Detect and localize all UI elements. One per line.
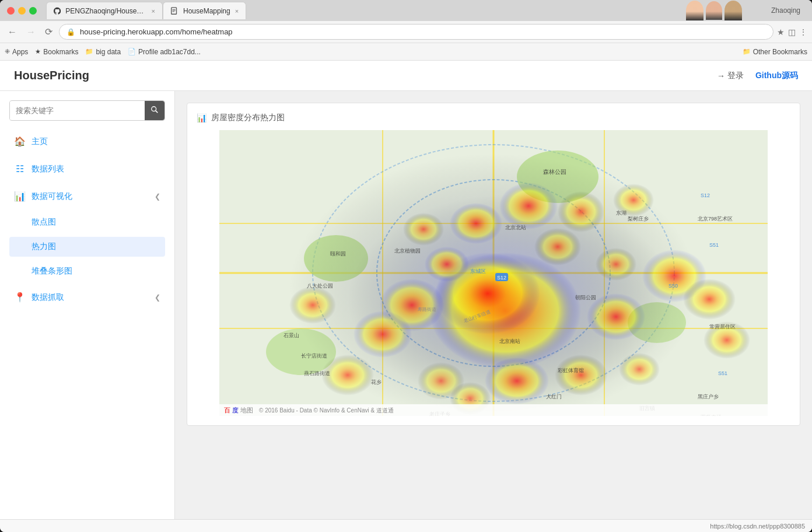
svg-text:东湖: 东湖	[616, 210, 626, 216]
svg-line-5	[156, 111, 158, 113]
search-box	[9, 100, 165, 121]
nav-stacked-bar[interactable]: 堆叠条形图	[9, 261, 165, 281]
svg-text:S12: S12	[497, 275, 506, 281]
main-layout: 🏠 主页 ☷ 数据列表 📊 数据可视化 ❮ 散点图 热力图	[0, 91, 812, 519]
svg-point-4	[152, 107, 156, 111]
svg-text:东城区: 东城区	[470, 268, 486, 274]
nav-dataviz[interactable]: 📊 数据可视化 ❮	[9, 185, 165, 208]
search-button[interactable]	[145, 101, 164, 120]
url-text: house-pricing.herokuapp.com/home/heatmap	[80, 27, 766, 36]
bookmarks-profile[interactable]: 📄 Profile adb1ac7dd...	[128, 48, 201, 56]
address-bar: ← → ⟳ 🔒 house-pricing.herokuapp.com/home…	[0, 21, 812, 43]
bookmarks-apps[interactable]: ⁜ Apps	[5, 48, 28, 56]
chart-title-text: 房屋密度分布热力图	[211, 113, 285, 123]
svg-text:燕石路街道: 燕石路街道	[304, 370, 330, 376]
svg-point-36	[555, 355, 607, 396]
tab-housemapping[interactable]: HouseMapping ×	[163, 2, 246, 19]
github-source-button[interactable]: Github源码	[755, 71, 798, 81]
svg-text:S50: S50	[668, 283, 678, 289]
heatmap-svg: 森林公园 北京植物园 颐和园 八大处公园 东湖 北京798艺术区 常营居住区 石…	[197, 130, 790, 416]
nav-heatmap-label: 热力图	[32, 242, 56, 251]
profile-icon: 📄	[128, 48, 136, 55]
nav-home-label: 主页	[32, 136, 160, 147]
minimize-button[interactable]	[18, 7, 26, 15]
login-button[interactable]: → 登录	[717, 71, 744, 81]
bookmarks-bigdata[interactable]: 📁 big data	[85, 48, 121, 56]
header-actions: → 登录 Github源码	[717, 71, 798, 81]
search-input[interactable]	[10, 102, 145, 120]
apps-grid-icon: ⁜	[5, 48, 10, 55]
svg-text:北京798艺术区: 北京798艺术区	[698, 216, 733, 222]
bookmarks-bar: ⁜ Apps ★ Bookmarks 📁 big data 📄 Profile …	[0, 43, 812, 61]
nav-home[interactable]: 🏠 主页	[9, 130, 165, 153]
menu-button[interactable]: ⋮	[799, 27, 807, 37]
big-data-label: big data	[96, 48, 121, 56]
svg-text:北京植物园: 北京植物园	[394, 248, 421, 254]
chart-card: 📊 房屋密度分布热力图	[187, 103, 800, 426]
url-bar[interactable]: 🔒 house-pricing.herokuapp.com/home/heatm…	[59, 24, 774, 40]
svg-point-42	[403, 213, 444, 246]
svg-point-43	[587, 293, 645, 340]
cast-button[interactable]: ◫	[788, 27, 796, 37]
nav-scatter[interactable]: 散点图	[9, 212, 165, 232]
nav-datacrawl[interactable]: 📍 数据抓取 ❮	[9, 286, 165, 309]
svg-text:S51: S51	[718, 370, 727, 376]
user-name: Zhaoqing	[771, 6, 805, 15]
title-bar: PENGZhaoqing/HousePricing × HouseMapping…	[0, 0, 812, 21]
svg-point-24	[558, 191, 604, 232]
app-content: HousePricing → 登录 Github源码	[0, 61, 812, 519]
forward-button[interactable]: →	[23, 24, 38, 40]
anime-decoration	[686, 0, 742, 21]
svg-point-39	[534, 228, 581, 265]
nav-datalist-label: 数据列表	[32, 164, 160, 174]
svg-text:花乡: 花乡	[371, 379, 382, 385]
svg-text:朝阳公园: 朝阳公园	[575, 295, 596, 300]
nav-stacked-bar-label: 堆叠条形图	[32, 266, 72, 275]
app-header: HousePricing → 登录 Github源码	[0, 61, 812, 91]
heatmap-wrapper: 森林公园 北京植物园 颐和园 八大处公园 东湖 北京798艺术区 常营居住区 石…	[197, 130, 790, 416]
dataviz-arrow-icon: ❮	[155, 192, 160, 201]
svg-text:地图: 地图	[240, 407, 253, 414]
svg-point-23	[499, 183, 558, 229]
maximize-button[interactable]	[29, 7, 37, 15]
pin-icon: 📍	[14, 292, 26, 303]
other-bookmarks[interactable]: 📁 Other Bookmarks	[743, 48, 807, 56]
nav-datalist[interactable]: ☷ 数据列表	[9, 158, 165, 180]
content-area: 📊 房屋密度分布热力图	[175, 91, 812, 519]
chart-icon: 📊	[14, 191, 26, 202]
svg-point-40	[596, 248, 636, 281]
svg-text:寿路街道: 寿路街道	[418, 307, 436, 312]
tab2-close[interactable]: ×	[235, 8, 239, 15]
chart-title-icon: 📊	[197, 113, 206, 123]
nav-datacrawl-label: 数据抓取	[32, 292, 149, 303]
tab1-close[interactable]: ×	[152, 8, 155, 15]
page-icon	[170, 7, 178, 15]
svg-text:颐和园: 颐和园	[330, 251, 346, 257]
login-label: 登录	[727, 71, 744, 81]
tabs-area: PENGZhaoqing/HousePricing × HouseMapping…	[46, 2, 766, 19]
tab2-label: HouseMapping	[183, 7, 230, 15]
svg-text:度: 度	[232, 407, 239, 414]
bookmarks-main[interactable]: ★ Bookmarks	[35, 48, 78, 56]
close-button[interactable]	[7, 7, 15, 15]
svg-point-35	[485, 358, 549, 404]
back-button[interactable]: ←	[5, 24, 20, 40]
svg-text:© 2016 Baidu - Data © NavInfo : © 2016 Baidu - Data © NavInfo & CenNavi …	[259, 407, 394, 414]
nav-heatmap[interactable]: 热力图	[9, 237, 165, 257]
svg-text:石景山: 石景山	[284, 332, 299, 338]
svg-point-28	[683, 279, 736, 320]
tab1-label: PENGZhaoqing/HousePricing	[65, 7, 146, 15]
profile-label: Profile adb1ac7dd...	[138, 48, 201, 56]
bookmark-star-button[interactable]: ★	[777, 27, 785, 37]
svg-point-34	[289, 286, 336, 324]
svg-text:S51: S51	[709, 242, 719, 248]
github-icon	[54, 7, 61, 15]
svg-point-31	[354, 311, 412, 358]
github-link-label: Github源码	[755, 71, 798, 80]
star-icon: ★	[35, 48, 41, 55]
refresh-button[interactable]: ⟳	[42, 24, 55, 40]
tab-github[interactable]: PENGZhaoqing/HousePricing ×	[46, 2, 163, 19]
svg-text:北京北站: 北京北站	[505, 225, 526, 230]
svg-text:常营居住区: 常营居住区	[709, 324, 736, 330]
sidebar: 🏠 主页 ☷ 数据列表 📊 数据可视化 ❮ 散点图 热力图	[0, 91, 175, 519]
